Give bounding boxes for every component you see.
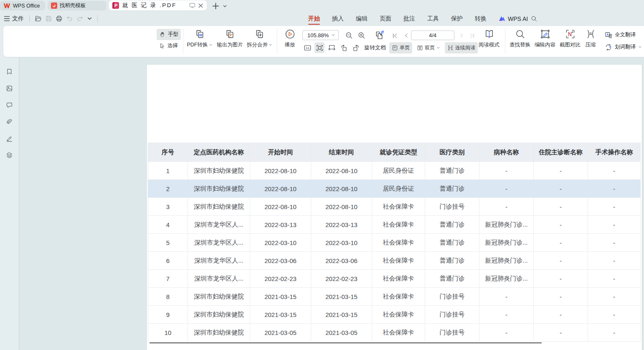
wps-ai-button[interactable]: WPS AI — [499, 11, 528, 26]
open-file-button[interactable] — [33, 13, 43, 24]
cell: - — [534, 216, 588, 234]
play-button[interactable]: 播放 — [280, 27, 300, 49]
read-mode-button[interactable]: 阅读模式 — [477, 27, 501, 49]
menu-search-button[interactable] — [530, 11, 538, 26]
word-translate-chevron-icon — [638, 45, 642, 49]
fit-window-button[interactable] — [314, 42, 325, 53]
first-page-button[interactable] — [390, 30, 400, 41]
table-row[interactable]: 5深圳市龙华区人...2022-03-102022-03-10社会保障卡普通门诊… — [148, 234, 641, 252]
pdf-convert-button[interactable]: W PDF转换 — [184, 27, 215, 49]
find-replace-button[interactable]: 查找替换 — [508, 27, 532, 49]
tab-edit[interactable]: 编辑 — [356, 11, 368, 26]
rotate-right-button[interactable] — [351, 42, 361, 53]
zoom-level-select[interactable]: 105.88% — [302, 30, 339, 40]
read-mode-label: 阅读模式 — [479, 41, 499, 49]
cell: 门诊挂号 — [425, 324, 479, 342]
tab-home[interactable]: 开始 — [308, 11, 320, 26]
double-page-button[interactable]: 双页 — [414, 42, 443, 54]
last-page-button[interactable] — [467, 30, 477, 41]
quick-access-chevron-icon[interactable] — [85, 13, 94, 24]
single-page-button[interactable]: 单页 — [389, 42, 412, 54]
pdf-convert-chevron-icon — [209, 43, 213, 47]
edit-content-button[interactable]: 编辑内容 — [533, 27, 557, 49]
table-row[interactable]: 9深圳市妇幼保健院2021-03-152021-03-15社会保障卡门诊挂号--… — [148, 306, 641, 324]
table-row[interactable]: 10深圳市妇幼保健院2021-03-052021-03-05社会保障卡门诊挂号-… — [148, 324, 641, 342]
replace-pages-button[interactable] — [373, 29, 386, 41]
double-page-icon — [417, 45, 423, 51]
table-row[interactable]: 3深圳市妇幼保健院2022-08-102022-08-10社会保障卡门诊挂号--… — [148, 198, 641, 216]
tab-comment[interactable]: 批注 — [403, 11, 415, 26]
next-page-button[interactable] — [457, 30, 466, 41]
cell: - — [534, 270, 588, 288]
full-translate-button[interactable]: A 全文翻译 — [605, 29, 642, 41]
tab-document-active[interactable]: P 就 医 记 录 .PDF — [109, 0, 207, 10]
fit-width-button[interactable] — [327, 42, 337, 53]
split-merge-button[interactable]: 拆分合并 — [245, 27, 274, 49]
cell: 普通门诊 — [425, 234, 479, 252]
cell: 2 — [148, 180, 188, 198]
quick-access-toolbar: 文件 — [2, 11, 101, 26]
screenshot-compare-label: 截图对比 — [560, 41, 581, 49]
signature-icon[interactable] — [6, 135, 13, 142]
table-row[interactable]: 6深圳市龙华区人...2022-03-062022-03-06社会保障卡普通门诊… — [148, 252, 641, 270]
undo-button[interactable] — [64, 13, 75, 24]
export-image-button[interactable]: 输出为图片 — [215, 27, 245, 49]
table-row[interactable]: 8深圳市妇幼保健院2021-03-152021-03-15社会保障卡门诊挂号--… — [148, 288, 641, 306]
cell: 普通门诊 — [425, 252, 479, 270]
table-row[interactable]: 4深圳市龙华区人...2022-03-132022-03-13社会保障卡普通门诊… — [148, 216, 641, 234]
cell: 2022-03-10 — [311, 234, 372, 252]
tab-insert[interactable]: 插入 — [332, 11, 344, 26]
medical-records-table: 序号 定点医药机构名称 开始时间 结束时间 就诊凭证类型 医疗类别 病种名称 住… — [148, 143, 641, 342]
cell: - — [588, 288, 641, 306]
save-button[interactable] — [43, 13, 54, 24]
bookmarks-icon[interactable] — [6, 68, 13, 75]
new-tab-button[interactable] — [211, 1, 220, 10]
table-row[interactable]: 1深圳市妇幼保健院2022-08-102022-08-10居民身份证普通门诊--… — [148, 162, 641, 180]
print-icon — [56, 15, 63, 22]
cell: - — [534, 288, 588, 306]
tab-wps-office[interactable]: WPS Office — [0, 1, 45, 10]
select-tool-button[interactable]: 选择 — [157, 40, 181, 51]
page-number-input[interactable]: 4/4 — [411, 31, 454, 40]
cell: 门诊挂号 — [425, 288, 479, 306]
actual-size-button[interactable]: 1:1 — [302, 42, 312, 53]
screenshot-compare-button[interactable]: 截图对比 — [558, 27, 582, 49]
compress-button[interactable]: 压缩 — [583, 27, 598, 49]
continuous-read-button[interactable]: 连续阅读 — [445, 42, 478, 54]
file-menu-button[interactable]: 文件 — [2, 13, 26, 24]
zoom-out-button[interactable] — [343, 30, 355, 41]
table-row[interactable]: 7深圳市龙华区人...2022-02-232022-02-23社会保障卡普通门诊… — [148, 270, 641, 288]
translate-group: A 全文翻译 A 划词翻译 — [605, 29, 642, 53]
close-tab-icon[interactable] — [198, 3, 203, 8]
cursor-icon — [159, 43, 166, 49]
print-button[interactable] — [54, 13, 64, 24]
tab-list-chevron-icon[interactable] — [221, 3, 228, 9]
cell: 社会保障卡 — [372, 216, 425, 234]
monitor-icon[interactable] — [189, 3, 195, 8]
zoom-in-button[interactable] — [356, 30, 367, 41]
rotate-left-button[interactable] — [339, 42, 349, 53]
cell: - — [588, 162, 641, 180]
cell: - — [479, 324, 534, 342]
rotate-doc-label[interactable]: 旋转文档 — [364, 44, 386, 51]
word-translate-button[interactable]: A 划词翻译 — [605, 41, 642, 53]
cell: - — [588, 216, 641, 234]
hand-tool-button[interactable]: 手型 — [157, 29, 181, 40]
tab-docer-templates[interactable]: 找稻壳模板 — [48, 1, 106, 10]
next-page-icon — [459, 33, 464, 38]
tab-tools[interactable]: 工具 — [427, 11, 439, 26]
select-tool-label: 选择 — [167, 42, 178, 49]
table-row-highlighted[interactable]: 2深圳市妇幼保健院2022-08-102022-08-10居民身份证普通门诊--… — [148, 180, 641, 198]
cell: 新冠肺炎门诊... — [479, 234, 534, 252]
attachments-icon[interactable] — [6, 118, 13, 125]
cell: 社会保障卡 — [372, 288, 425, 306]
prev-page-button[interactable] — [402, 30, 411, 41]
tab-protect[interactable]: 保护 — [451, 11, 463, 26]
redo-button[interactable] — [75, 13, 85, 24]
tab-page[interactable]: 页面 — [380, 11, 391, 26]
thumbnails-icon[interactable] — [6, 84, 13, 92]
comments-icon[interactable] — [6, 101, 13, 109]
find-replace-label: 查找替换 — [510, 41, 530, 49]
layers-icon[interactable] — [6, 151, 13, 159]
tab-convert[interactable]: 转换 — [475, 11, 487, 26]
